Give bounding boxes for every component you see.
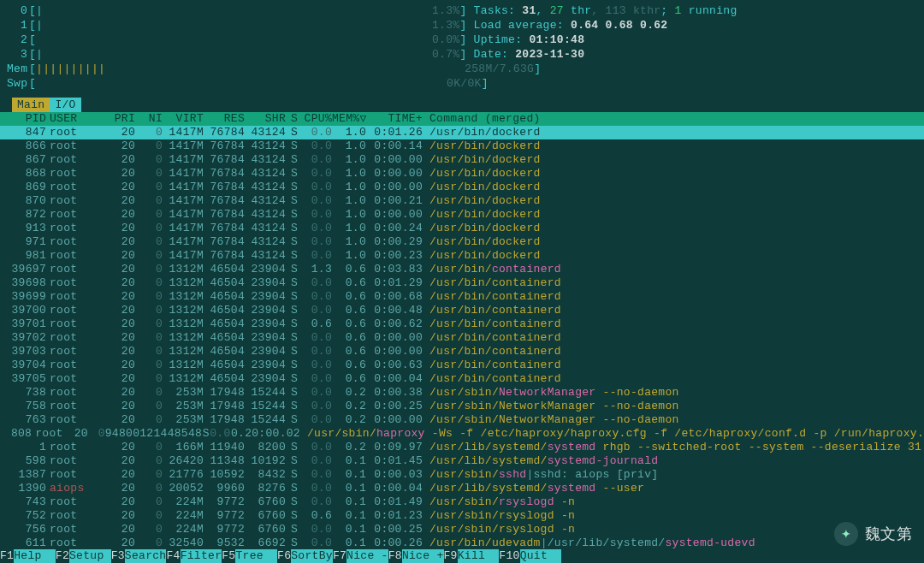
- process-row[interactable]: 1root200166M119408200S0.00.20:09.97/usr/…: [0, 441, 924, 454]
- process-row[interactable]: 39698root2001312M4650423904S0.00.60:01.2…: [0, 276, 924, 290]
- process-row[interactable]: 1387root20021776105928432S0.00.10:00.03/…: [0, 468, 924, 482]
- footer-action[interactable]: Quit: [520, 549, 562, 563]
- process-row[interactable]: 611root2003254095326692S0.00.10:00.26/us…: [0, 536, 924, 550]
- process-row[interactable]: 752root200224M97726760S0.60.10:01.23/usr…: [0, 509, 924, 523]
- process-row[interactable]: 758root200253M1794815244S0.00.20:00.25/u…: [0, 400, 924, 413]
- swp-meter: Swp [ 0K/0K]: [7, 76, 917, 91]
- wechat-icon: ✦: [834, 522, 858, 546]
- footer-action[interactable]: Nice -: [346, 549, 388, 563]
- process-row[interactable]: 743root200224M97726760S0.00.10:01.49/usr…: [0, 495, 924, 509]
- watermark: ✦ 魏文第: [834, 522, 912, 546]
- process-list[interactable]: 847root2001417M7678443124S0.01.00:01.26/…: [0, 126, 924, 550]
- process-row[interactable]: 738root200253M1794815244S0.00.20:00.38/u…: [0, 386, 924, 400]
- tabs: MainI/O: [0, 98, 924, 112]
- process-row[interactable]: 39703root2001312M4650423904S0.00.60:00.0…: [0, 345, 924, 359]
- process-row[interactable]: 763root200253M1794815244S0.00.20:00.00/u…: [0, 413, 924, 427]
- footer-action[interactable]: Setup: [69, 549, 111, 563]
- process-row[interactable]: 808root20094800121448548S0.00.20:00.02/u…: [0, 427, 924, 441]
- process-row[interactable]: 39705root2001312M4650423904S0.00.60:00.0…: [0, 372, 924, 386]
- process-row[interactable]: 971root2001417M7678443124S0.01.00:00.29/…: [0, 235, 924, 249]
- footer-bar: F1Help F2Setup F3SearchF4FilterF5Tree F6…: [0, 549, 924, 563]
- tab-io[interactable]: I/O: [50, 98, 80, 112]
- footer-action[interactable]: Tree: [235, 549, 277, 563]
- process-row[interactable]: 981root2001417M7678443124S0.01.00:00.23/…: [0, 249, 924, 263]
- process-row[interactable]: 39701root2001312M4650423904S0.60.60:00.6…: [0, 317, 924, 331]
- process-row[interactable]: 870root2001417M7678443124S0.01.00:00.21/…: [0, 194, 924, 208]
- mem-meter: Mem [|||||||||| 258M/7.63G]: [7, 62, 917, 76]
- process-row[interactable]: 913root2001417M7678443124S0.01.00:00.24/…: [0, 222, 924, 235]
- process-row[interactable]: 869root2001417M7678443124S0.01.00:00.00/…: [0, 181, 924, 194]
- footer-action[interactable]: SortBy: [291, 549, 333, 563]
- process-row[interactable]: 598root200264201134810192S0.00.10:01.45/…: [0, 454, 924, 468]
- footer-action[interactable]: Filter: [181, 549, 222, 563]
- process-row[interactable]: 39704root2001312M4650423904S0.00.60:00.6…: [0, 359, 924, 372]
- footer-action[interactable]: Kill: [458, 549, 500, 563]
- process-row[interactable]: 756root200224M97726760S0.00.10:00.25/usr…: [0, 523, 924, 536]
- tab-main[interactable]: Main: [12, 98, 50, 112]
- system-stats: 1.3%] Tasks: 31, 27 thr, 113 kthr; 1 run…: [432, 3, 737, 62]
- process-row[interactable]: 39702root2001312M4650423904S0.00.60:00.0…: [0, 331, 924, 345]
- footer-action[interactable]: Nice +: [402, 549, 444, 563]
- process-row[interactable]: 39700root2001312M4650423904S0.00.60:00.4…: [0, 304, 924, 317]
- process-row[interactable]: 872root2001417M7678443124S0.01.00:00.00/…: [0, 208, 924, 222]
- process-row[interactable]: 867root2001417M7678443124S0.01.00:00.00/…: [0, 153, 924, 167]
- process-row[interactable]: 39699root2001312M4650423904S0.00.60:00.6…: [0, 290, 924, 304]
- process-row[interactable]: 1390aiops2002005299608276S0.00.10:00.04/…: [0, 482, 924, 495]
- process-row[interactable]: 39697root2001312M4650423904S1.30.60:03.8…: [0, 263, 924, 276]
- process-row[interactable]: 866root2001417M7678443124S0.01.00:00.14/…: [0, 139, 924, 153]
- process-row[interactable]: 868root2001417M7678443124S0.01.00:00.00/…: [0, 167, 924, 181]
- column-header[interactable]: PIDUSERPRINIVIRTRESSHRSCPU%MEM%▽TIME+Com…: [0, 112, 924, 126]
- footer-action[interactable]: Search: [125, 549, 167, 563]
- footer-action[interactable]: Help: [14, 549, 56, 563]
- process-row[interactable]: 847root2001417M7678443124S0.01.00:01.26/…: [0, 126, 924, 139]
